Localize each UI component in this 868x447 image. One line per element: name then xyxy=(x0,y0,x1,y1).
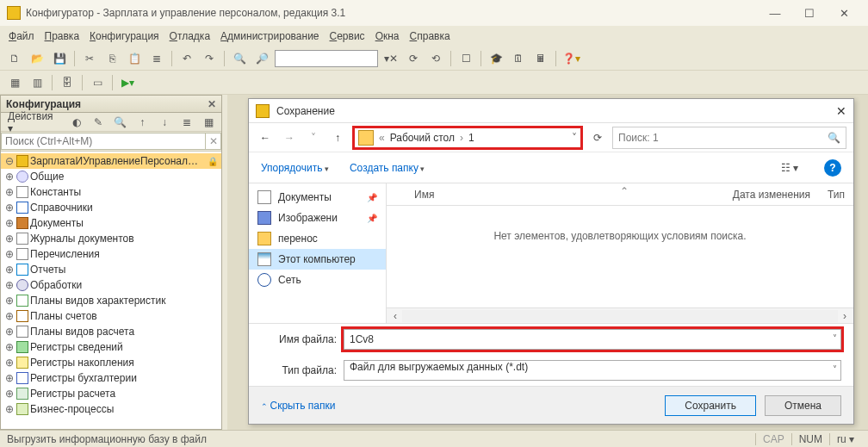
horizontal-scrollbar[interactable]: ‹ › xyxy=(387,307,853,323)
menu-item[interactable]: Справка xyxy=(410,30,450,42)
cfg-btn-2[interactable]: ✎ xyxy=(89,113,108,132)
refresh-button[interactable]: ⟳ xyxy=(588,132,607,144)
menu-item[interactable]: Сервис xyxy=(330,30,365,42)
new-icon[interactable]: 🗋 xyxy=(5,49,24,68)
hide-folders-link[interactable]: Скрыть папки xyxy=(261,400,335,412)
copy-icon[interactable]: ⎘ xyxy=(102,49,121,68)
grid-icon[interactable]: ▦ xyxy=(5,73,24,92)
tree-item[interactable]: ⊕Перечисления xyxy=(1,246,221,262)
cfg-btn-4[interactable]: ↑ xyxy=(133,113,152,132)
cut-icon[interactable]: ✂ xyxy=(80,49,99,68)
tree-item[interactable]: ⊕Планы счетов xyxy=(1,308,221,324)
nav-up-button[interactable]: ˅ xyxy=(304,132,323,144)
path-seg-2[interactable]: 1 xyxy=(468,132,474,144)
save-button[interactable]: Сохранить xyxy=(665,395,756,416)
menu-item[interactable]: Окна xyxy=(375,30,400,42)
nav-tree-item[interactable]: перенос xyxy=(249,228,386,249)
compare-icon[interactable]: ≣ xyxy=(147,49,166,68)
path-breadcrumb[interactable]: « Рабочий стол › 1 ˅ xyxy=(352,126,583,150)
cfg-btn-3[interactable]: 🔍 xyxy=(111,113,130,132)
help-icon[interactable]: ❓▾ xyxy=(561,49,580,68)
tree-item[interactable]: ⊕Журналы документов xyxy=(1,231,221,246)
nav-back-button[interactable]: ← xyxy=(256,132,275,144)
dialog-help-button[interactable]: ? xyxy=(824,159,841,177)
cancel-button[interactable]: Отмена xyxy=(765,395,841,416)
scroll-left-icon[interactable]: ‹ xyxy=(388,310,402,322)
calendar-icon[interactable]: 🗓 xyxy=(509,49,528,68)
tree-item[interactable]: ⊕Отчеты xyxy=(1,262,221,277)
dialog-search[interactable]: Поиск: 1 🔍 xyxy=(612,127,846,149)
dialog-close-icon[interactable]: ✕ xyxy=(836,104,846,118)
organize-menu[interactable]: Упорядочить xyxy=(261,162,329,174)
tree-item[interactable]: ⊕Документы xyxy=(1,215,221,231)
menu-item[interactable]: Файл xyxy=(9,30,34,42)
search-go-icon[interactable]: ▾✕ xyxy=(381,49,400,68)
tree-item[interactable]: ⊕Обработки xyxy=(1,277,221,293)
window-icon[interactable]: ▭ xyxy=(88,73,107,92)
tree-item[interactable]: ⊕Константы xyxy=(1,184,221,200)
config-search-clear-icon[interactable]: ✕ xyxy=(206,133,221,150)
find-icon[interactable]: 🔍 xyxy=(230,49,249,68)
save-icon[interactable]: 💾 xyxy=(50,49,69,68)
menu-item[interactable]: Правка xyxy=(45,30,80,42)
config-tree[interactable]: ⊖ЗарплатаИУправлениеПерсонал…🔒⊕Общие⊕Кон… xyxy=(1,151,221,429)
nav-tree-item[interactable]: Сеть xyxy=(249,270,386,290)
paste-icon[interactable]: 📋 xyxy=(125,49,144,68)
tree-item[interactable]: ⊕Регистры бухгалтерии xyxy=(1,370,221,386)
new-folder-button[interactable]: Создать папку xyxy=(350,162,425,174)
open-icon[interactable]: 📂 xyxy=(28,49,46,68)
minimize-button[interactable]: — xyxy=(758,1,792,25)
menu-item[interactable]: Администрирование xyxy=(220,30,319,42)
run-icon[interactable]: ▶▾ xyxy=(118,73,137,92)
tree-item[interactable]: ⊕Регистры накопления xyxy=(1,355,221,370)
tree-item[interactable]: ⊕Регистры сведений xyxy=(1,339,221,355)
col-date[interactable]: Дата изменения xyxy=(724,189,819,201)
nav-tree-item[interactable]: Изображени📌 xyxy=(249,208,386,228)
nav-parent-button[interactable]: ↑ xyxy=(328,132,347,144)
actions-menu[interactable]: Действия ▾ xyxy=(4,110,64,134)
path-dropdown-icon[interactable]: ˅ xyxy=(572,132,577,144)
close-button[interactable]: ✕ xyxy=(827,1,861,25)
path-seg-1[interactable]: Рабочий стол xyxy=(390,132,455,144)
filename-dropdown-icon[interactable]: ˅ xyxy=(833,333,837,343)
tree-item[interactable]: ⊕Бизнес-процессы xyxy=(1,401,221,417)
col-name[interactable]: Имя xyxy=(406,189,724,201)
nav-tree-item[interactable]: Этот компьютер xyxy=(249,249,386,270)
filetype-dropdown-icon[interactable]: ˅ xyxy=(833,364,837,374)
scroll-right-icon[interactable]: › xyxy=(838,310,852,322)
tree-item[interactable]: ⊕Общие xyxy=(1,169,221,184)
status-lang[interactable]: ru ▾ xyxy=(829,433,861,445)
cfg-btn-7[interactable]: ▦ xyxy=(199,113,218,132)
tree-item[interactable]: ⊕Планы видов расчета xyxy=(1,324,221,339)
config-panel-close-icon[interactable]: ✕ xyxy=(208,98,216,110)
tool-c-icon[interactable]: ☐ xyxy=(456,49,475,68)
config-search-input[interactable] xyxy=(1,133,206,150)
nav-forward-button[interactable]: → xyxy=(280,132,299,144)
zoom-icon[interactable]: 🔎 xyxy=(252,49,271,68)
tool-b-icon[interactable]: ⟲ xyxy=(426,49,445,68)
server-icon[interactable]: 🗄 xyxy=(58,73,77,92)
undo-icon[interactable]: ↶ xyxy=(177,49,196,68)
menu-item[interactable]: Конфигурация xyxy=(90,30,159,42)
person-icon[interactable]: 🎓 xyxy=(487,49,505,68)
tree-item[interactable]: ⊖ЗарплатаИУправлениеПерсонал…🔒 xyxy=(1,153,221,169)
maximize-button[interactable]: ☐ xyxy=(792,1,827,25)
cfg-btn-1[interactable]: ◐ xyxy=(67,113,86,132)
filetype-select[interactable]: Файл для выгружаемых данных (*.dt) xyxy=(344,360,841,381)
db-icon[interactable]: ▥ xyxy=(28,73,46,92)
tree-item[interactable]: ⊕Планы видов характеристик xyxy=(1,293,221,308)
redo-icon[interactable]: ↷ xyxy=(200,49,219,68)
calc-icon[interactable]: 🖩 xyxy=(531,49,550,68)
dialog-nav-tree[interactable]: Документы📌Изображени📌переносЭтот компьют… xyxy=(249,183,387,323)
filename-input[interactable] xyxy=(344,329,841,350)
cfg-btn-6[interactable]: ≣ xyxy=(177,113,196,132)
tree-item[interactable]: ⊕Регистры расчета xyxy=(1,386,221,401)
tree-item[interactable]: ⊕Справочники xyxy=(1,200,221,215)
tool-a-icon[interactable]: ⟳ xyxy=(404,49,423,68)
view-mode-button[interactable]: ☷ ▾ xyxy=(776,162,803,174)
nav-tree-item[interactable]: Документы📌 xyxy=(249,187,386,208)
col-type[interactable]: Тип xyxy=(819,189,853,201)
search-input[interactable] xyxy=(275,50,378,67)
cfg-btn-5[interactable]: ↓ xyxy=(155,113,174,132)
menu-item[interactable]: Отладка xyxy=(170,30,210,42)
